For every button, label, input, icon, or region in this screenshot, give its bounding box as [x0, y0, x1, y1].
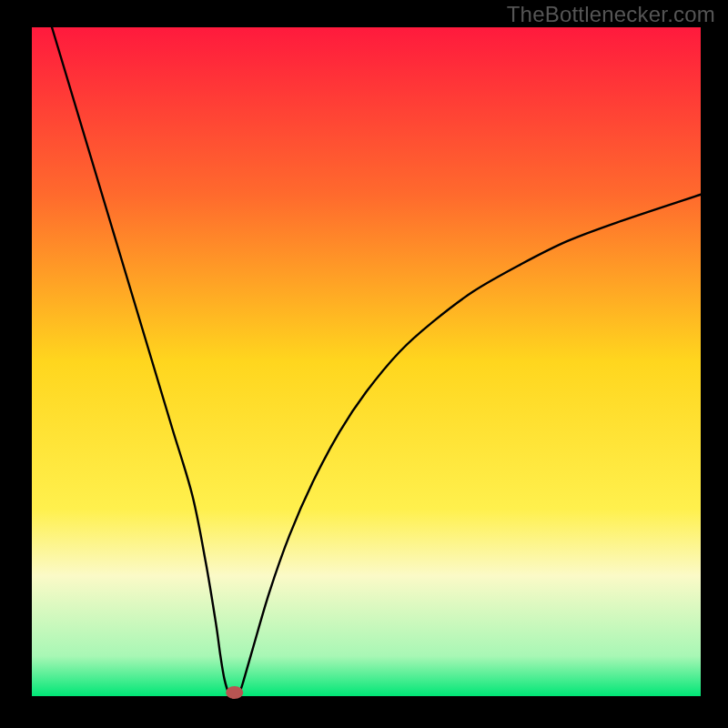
svg-rect-0 [32, 27, 701, 696]
chart-container: TheBottlenecker.com [0, 0, 728, 728]
bottleneck-chart [0, 0, 728, 728]
svg-point-1 [226, 686, 243, 699]
watermark-label: TheBottlenecker.com [507, 2, 715, 27]
